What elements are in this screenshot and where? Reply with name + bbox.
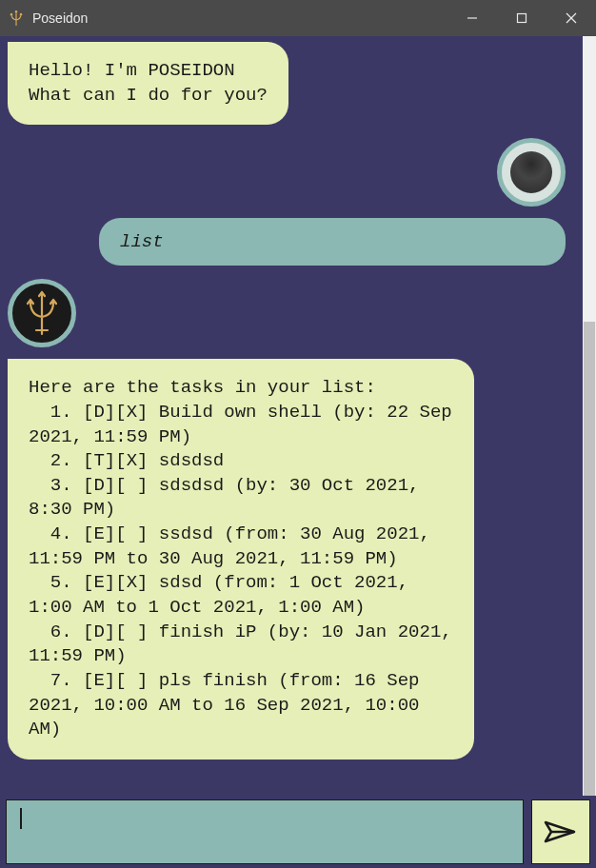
text-caret (20, 808, 22, 829)
bot-message-row: Hello! I'm POSEIDON What can I do for yo… (8, 49, 575, 125)
bot-message-bubble: Here are the tasks in your list: 1. [D][… (8, 359, 474, 760)
scrollbar-track[interactable] (583, 36, 596, 796)
user-avatar (497, 138, 566, 207)
trident-icon (23, 290, 61, 336)
close-button[interactable] (546, 0, 596, 36)
bot-message-bubble: Hello! I'm POSEIDON What can I do for yo… (8, 42, 288, 125)
maximize-button[interactable] (497, 0, 546, 36)
send-button[interactable] (531, 799, 590, 864)
bot-message-row: Here are the tasks in your list: 1. [D][… (8, 279, 575, 760)
minimize-button[interactable] (447, 0, 497, 36)
window-title: Poseidon (32, 10, 88, 26)
input-bar (6, 799, 590, 864)
window-titlebar: Poseidon (0, 0, 596, 36)
user-avatar-icon (510, 151, 552, 193)
scrollbar-thumb[interactable] (584, 322, 595, 796)
app-trident-icon (8, 10, 25, 27)
user-message-row: list (8, 138, 575, 266)
user-message-bubble: list (99, 218, 566, 266)
chat-scroll-area[interactable]: Hello! I'm POSEIDON What can I do for yo… (0, 36, 583, 796)
svg-rect-1 (518, 14, 526, 23)
bot-avatar (8, 279, 76, 347)
send-icon (544, 819, 578, 845)
message-input[interactable] (6, 799, 524, 864)
